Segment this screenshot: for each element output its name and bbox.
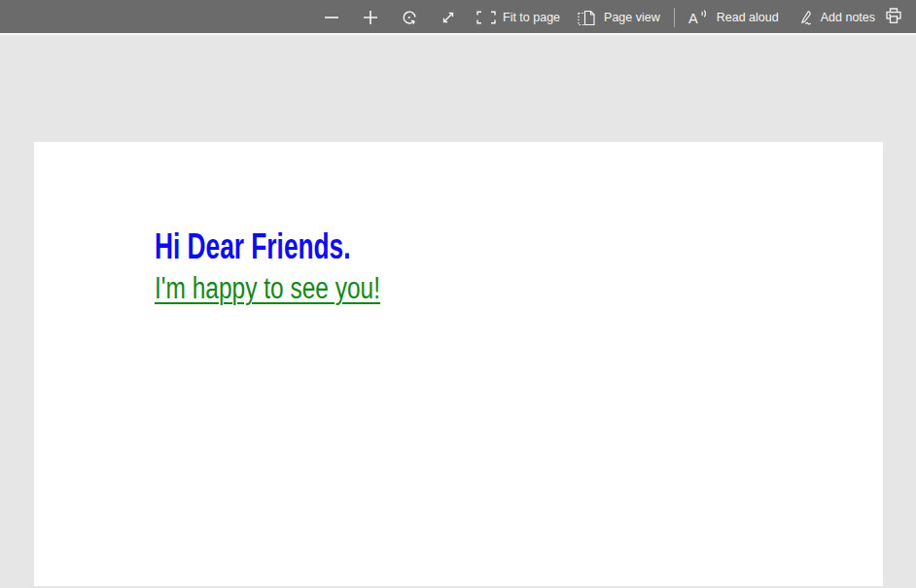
diagonal-resize-icon	[440, 9, 457, 26]
pdf-page: Hi Dear Friends. I'm happy to see you!	[34, 142, 883, 586]
fit-to-page-label: Fit to page	[503, 11, 560, 24]
fit-to-page-icon	[476, 11, 496, 24]
rotate-icon	[401, 9, 418, 26]
fullscreen-button[interactable]	[429, 0, 468, 35]
pen-icon	[796, 9, 814, 26]
toolbar-separator	[674, 8, 675, 27]
read-aloud-icon: A	[688, 9, 710, 26]
page-view-button[interactable]: Page view	[569, 0, 669, 35]
fit-to-page-button[interactable]: Fit to page	[468, 0, 569, 35]
zoom-in-button[interactable]	[351, 0, 390, 35]
printer-icon	[884, 7, 903, 28]
rotate-button[interactable]	[390, 0, 429, 35]
pdf-toolbar: Fit to page Page view A	[0, 0, 916, 35]
page-view-icon	[578, 10, 597, 26]
read-aloud-button[interactable]: A Read aloud	[680, 0, 788, 35]
print-button[interactable]	[875, 0, 912, 35]
read-aloud-label: Read aloud	[717, 11, 779, 24]
page-view-label: Page view	[604, 11, 660, 24]
document-subheading: I'm happy to see you!	[155, 273, 380, 303]
add-notes-label: Add notes	[821, 11, 875, 24]
pdf-viewer-window: Fit to page Page view A	[0, 0, 916, 588]
plus-icon	[362, 9, 379, 26]
toolbar-controls-group: Fit to page Page view A	[312, 0, 884, 35]
add-notes-button[interactable]: Add notes	[788, 0, 884, 35]
document-canvas[interactable]: Hi Dear Friends. I'm happy to see you!	[0, 35, 916, 586]
svg-text:A: A	[688, 11, 698, 26]
zoom-out-button[interactable]	[312, 0, 351, 35]
document-heading: Hi Dear Friends.	[155, 229, 351, 264]
minus-icon	[323, 9, 340, 26]
